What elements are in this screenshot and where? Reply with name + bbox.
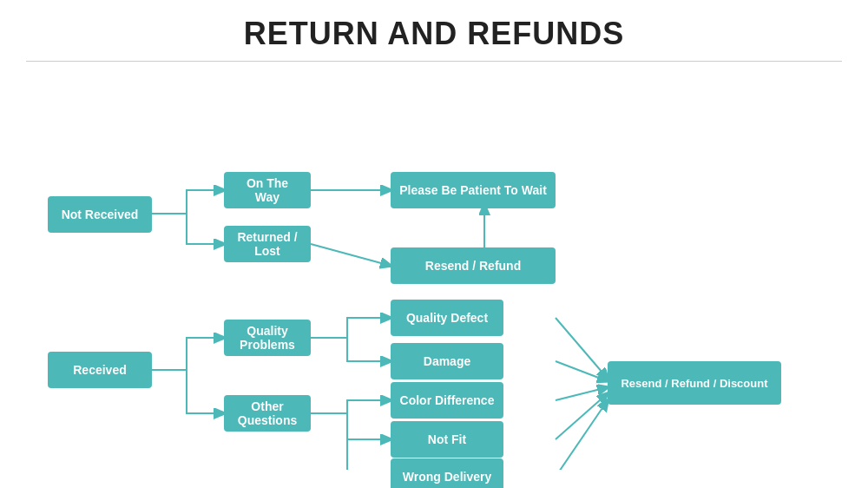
svg-line-5 [556, 318, 608, 379]
svg-line-3 [311, 244, 391, 266]
received-box: Received [48, 352, 152, 388]
svg-line-8 [556, 393, 608, 439]
resend-refund-box: Resend / Refund [391, 247, 556, 284]
svg-line-9 [556, 400, 608, 470]
page-title: RETURN AND REFUNDS [0, 0, 868, 61]
wrong-delivery-box: Wrong Delivery [391, 458, 503, 488]
resend-refund-discount-box: Resend / Refund / Discount [608, 361, 781, 405]
other-questions-box: Other Questions [224, 395, 311, 432]
not-fit-box: Not Fit [391, 421, 503, 458]
diagram-area: Not Received On The Way Returned / Lost … [0, 62, 868, 470]
on-the-way-box: On The Way [224, 172, 311, 208]
damage-box: Damage [391, 343, 503, 379]
please-wait-box: Please Be Patient To Wait [391, 172, 556, 208]
not-received-box: Not Received [48, 196, 152, 233]
svg-line-7 [556, 387, 608, 400]
returned-lost-box: Returned / Lost [224, 226, 311, 262]
color-difference-box: Color Difference [391, 382, 503, 419]
quality-problems-box: Quality Problems [224, 320, 311, 356]
svg-line-6 [556, 361, 608, 381]
quality-defect-box: Quality Defect [391, 300, 503, 336]
